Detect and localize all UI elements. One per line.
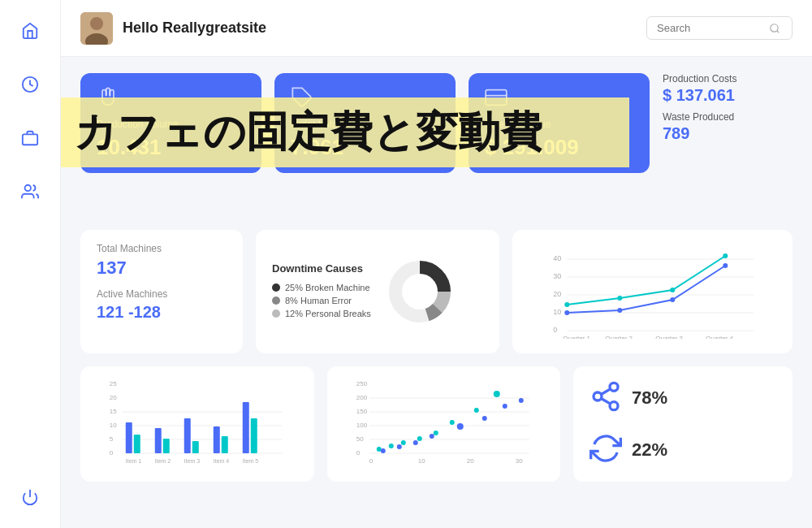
svg-text:Quarter 4: Quarter 4: [706, 335, 734, 339]
svg-point-32: [723, 263, 728, 268]
svg-text:150: 150: [356, 408, 367, 415]
machines-panel: Total Machines 137 Active Machines 121 -…: [80, 230, 243, 353]
svg-text:200: 200: [356, 394, 367, 401]
svg-point-95: [610, 402, 618, 410]
svg-text:15: 15: [110, 408, 117, 415]
svg-point-78: [388, 444, 393, 448]
sidebar-item-users[interactable]: [15, 177, 45, 206]
scatter-chart: 0 50 100 150 200 250 0 10 20 30: [340, 378, 548, 467]
svg-point-84: [493, 391, 499, 397]
svg-rect-54: [222, 436, 228, 453]
svg-point-29: [565, 310, 570, 315]
svg-rect-48: [134, 435, 140, 453]
sidebar-item-home[interactable]: [15, 16, 45, 45]
svg-point-31: [671, 297, 676, 302]
waste-produced-label: Waste Produced: [663, 111, 793, 123]
svg-text:10: 10: [554, 308, 562, 316]
bottom-row: 0 5 10 15 20 25: [80, 366, 793, 482]
svg-rect-9: [486, 90, 507, 106]
bar-chart-panel: 0 5 10 15 20 25: [80, 366, 314, 482]
svg-rect-1: [23, 134, 37, 145]
svg-point-4: [90, 17, 103, 30]
legend-dot-1: [272, 283, 280, 292]
svg-text:250: 250: [356, 380, 367, 387]
svg-text:0: 0: [369, 457, 373, 465]
svg-point-83: [473, 408, 478, 413]
svg-point-88: [429, 434, 434, 439]
svg-text:0: 0: [356, 449, 360, 457]
hands-icon: [97, 86, 245, 112]
svg-point-89: [456, 423, 463, 430]
svg-text:Item 2: Item 2: [155, 458, 171, 464]
svg-point-2: [25, 185, 31, 191]
side-stats: Production Costs $ 137.061 Waste Produce…: [663, 73, 793, 143]
header-left: Hello Reallygreatsite: [80, 12, 266, 45]
svg-point-27: [671, 288, 676, 292]
search-bar[interactable]: [646, 16, 793, 40]
kpi-panel: 78% 22%: [573, 366, 793, 482]
svg-point-81: [433, 431, 438, 435]
svg-point-6: [771, 24, 778, 31]
legend-dot-2: [272, 296, 280, 305]
tag-icon: [291, 86, 439, 112]
svg-line-7: [777, 30, 780, 32]
legend-label-3: 12% Personal Breaks: [285, 309, 371, 318]
waste-produced-stat: Waste Produced 789: [663, 111, 793, 143]
svg-point-79: [400, 440, 405, 445]
svg-point-86: [396, 444, 401, 449]
donut-panel: Downtime Causes 25% Broken Machine 8% Hu…: [256, 230, 499, 353]
dashboard: Production Volume 10.431 Order Volume 7.…: [61, 57, 812, 528]
bar-chart: 0 5 10 15 20 25: [93, 378, 301, 467]
sidebar-item-dashboard[interactable]: [15, 70, 45, 99]
svg-rect-55: [243, 402, 249, 453]
svg-point-94: [594, 392, 602, 400]
svg-text:30: 30: [515, 457, 522, 465]
svg-point-80: [417, 436, 421, 441]
svg-text:20: 20: [554, 290, 562, 298]
svg-point-85: [380, 448, 385, 453]
svg-point-87: [412, 440, 417, 445]
svg-text:Quarter 3: Quarter 3: [656, 335, 684, 339]
svg-text:0: 0: [554, 326, 558, 334]
svg-point-82: [449, 420, 454, 425]
svg-rect-47: [126, 422, 132, 453]
svg-rect-51: [184, 418, 191, 453]
svg-point-90: [482, 416, 486, 421]
refresh-icon: [590, 432, 622, 468]
donut-legend: 25% Broken Machine 8% Human Error 12% Pe…: [272, 283, 371, 318]
card-sales-revenue: Sales Revenue $ 291.009: [469, 73, 650, 173]
donut-info: Downtime Causes 25% Broken Machine 8% Hu…: [272, 262, 371, 322]
legend-item-2: 8% Human Error: [272, 296, 371, 305]
card-production-volume: Production Volume 10.431: [80, 73, 261, 173]
card-production-volume-value: 10.431: [97, 135, 245, 160]
card-order-volume: Order Volume 7.061: [274, 73, 456, 173]
svg-text:30: 30: [554, 272, 562, 280]
line-chart-panel: 0 10 20 30 40: [512, 230, 793, 353]
card-order-volume-value: 7.061: [291, 135, 439, 160]
svg-text:Item 1: Item 1: [126, 458, 142, 464]
svg-point-26: [618, 296, 623, 301]
svg-line-96: [601, 399, 610, 405]
active-machines-label: Active Machines: [97, 288, 227, 300]
svg-text:Quarter 1: Quarter 1: [564, 335, 591, 339]
card-production-volume-label: Production Volume: [97, 119, 245, 130]
donut-title: Downtime Causes: [272, 262, 371, 275]
svg-point-28: [723, 253, 728, 258]
sidebar-item-power[interactable]: [15, 483, 45, 512]
money-icon: [485, 86, 633, 112]
svg-text:10: 10: [110, 422, 117, 429]
svg-text:Item 5: Item 5: [243, 458, 259, 464]
svg-rect-50: [163, 439, 170, 453]
svg-text:20: 20: [110, 394, 117, 401]
search-input[interactable]: [657, 22, 762, 34]
card-order-volume-label: Order Volume: [291, 119, 439, 130]
active-machines-value: 121 -128: [97, 303, 227, 322]
header-title: Hello Reallygreatsite: [123, 19, 266, 37]
production-costs-label: Production Costs: [663, 73, 793, 84]
kpi-item-1: 78%: [590, 380, 776, 416]
sidebar-item-briefcase[interactable]: [15, 123, 45, 153]
avatar: [80, 12, 113, 45]
svg-point-25: [565, 302, 570, 307]
legend-label-1: 25% Broken Machine: [285, 283, 370, 292]
svg-text:10: 10: [417, 457, 425, 465]
